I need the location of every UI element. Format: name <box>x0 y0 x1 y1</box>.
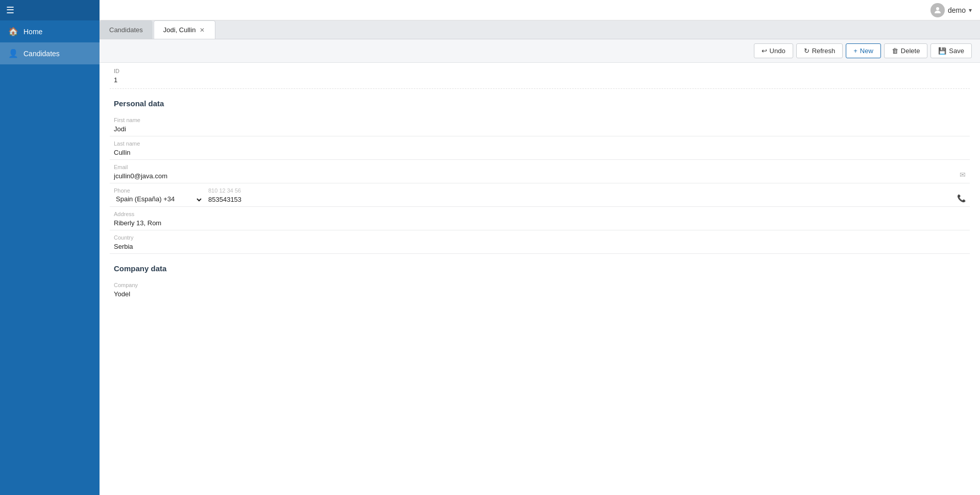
user-menu[interactable]: demo ▾ <box>930 3 972 17</box>
company-input[interactable] <box>114 289 966 301</box>
first-name-label: First name <box>114 117 966 123</box>
phone-number-wrapper: 810 12 34 56 <box>208 187 966 206</box>
country-field: Country <box>110 230 970 254</box>
phone-number-input[interactable] <box>208 195 966 206</box>
topbar: demo ▾ <box>100 0 980 20</box>
undo-label: Undo <box>770 47 786 55</box>
address-input[interactable] <box>114 218 966 230</box>
hamburger-icon[interactable]: ☰ <box>6 5 14 16</box>
personal-data-heading: Personal data <box>110 89 970 113</box>
phone-country-selector: Phone Spain (España) +34 United States +… <box>114 187 203 206</box>
sidebar-item-candidates[interactable]: 👤 Candidates <box>0 42 100 64</box>
country-label: Country <box>114 234 966 241</box>
avatar <box>930 3 945 17</box>
address-label: Address <box>114 211 966 217</box>
content-area: ID 1 Personal data First name Last name … <box>100 63 980 495</box>
company-data-heading: Company data <box>110 254 970 278</box>
tab-jodi-label: Jodi, Cullin <box>163 26 196 34</box>
sidebar-item-candidates-label: Candidates <box>23 50 60 58</box>
save-button[interactable]: 💾 Save <box>930 43 972 58</box>
home-icon: 🏠 <box>8 27 18 36</box>
email-input[interactable] <box>114 171 966 183</box>
refresh-icon: ↻ <box>804 47 810 55</box>
address-field: Address <box>110 207 970 230</box>
toolbar: ↩ Undo ↻ Refresh + New 🗑 Delete 💾 Save <box>100 39 980 63</box>
last-name-field: Last name <box>110 136 970 160</box>
chevron-down-icon: ▾ <box>969 7 972 14</box>
sidebar-item-home[interactable]: 🏠 Home <box>0 20 100 42</box>
tab-candidates-label: Candidates <box>109 26 143 34</box>
undo-icon: ↩ <box>762 47 767 55</box>
tab-candidates[interactable]: Candidates <box>100 20 153 39</box>
delete-button[interactable]: 🗑 Delete <box>884 43 928 58</box>
last-name-label: Last name <box>114 140 966 147</box>
phone-field: Phone Spain (España) +34 United States +… <box>110 183 970 207</box>
sidebar-header: ☰ <box>0 0 100 20</box>
sidebar: ☰ 🏠 Home 👤 Candidates <box>0 0 100 495</box>
new-label: New <box>860 47 873 55</box>
sidebar-item-home-label: Home <box>23 28 42 36</box>
country-input[interactable] <box>114 242 966 253</box>
save-label: Save <box>949 47 964 55</box>
refresh-label: Refresh <box>812 47 836 55</box>
username-label: demo <box>948 6 966 14</box>
main-content: demo ▾ Candidates Jodi, Cullin ✕ ↩ Undo … <box>100 0 980 495</box>
phone-label: Phone <box>114 187 203 194</box>
undo-button[interactable]: ↩ Undo <box>754 43 793 58</box>
phone-country-select[interactable]: Spain (España) +34 United States +1 Unit… <box>114 194 203 206</box>
person-icon: 👤 <box>8 49 18 58</box>
last-name-input[interactable] <box>114 148 966 159</box>
delete-label: Delete <box>901 47 920 55</box>
refresh-button[interactable]: ↻ Refresh <box>796 43 843 58</box>
svg-point-0 <box>936 7 939 10</box>
trash-icon: 🗑 <box>892 47 898 55</box>
id-label: ID <box>114 68 966 74</box>
save-icon: 💾 <box>938 47 946 55</box>
id-value: 1 <box>114 76 117 84</box>
company-field: Company <box>110 278 970 301</box>
first-name-input[interactable] <box>114 124 966 136</box>
tabs-bar: Candidates Jodi, Cullin ✕ <box>100 20 980 39</box>
tab-jodi[interactable]: Jodi, Cullin ✕ <box>154 20 216 39</box>
phone-icon: 📞 <box>957 194 966 202</box>
company-label: Company <box>114 282 966 288</box>
plus-icon: + <box>853 47 857 55</box>
email-icon: ✉ <box>960 171 966 179</box>
phone-placeholder: 810 12 34 56 <box>208 187 966 194</box>
email-field: Email ✉ <box>110 160 970 183</box>
tab-close-icon[interactable]: ✕ <box>199 27 206 34</box>
email-label: Email <box>114 164 966 170</box>
id-section: ID 1 <box>110 63 970 89</box>
first-name-field: First name <box>110 113 970 136</box>
new-button[interactable]: + New <box>846 43 881 58</box>
